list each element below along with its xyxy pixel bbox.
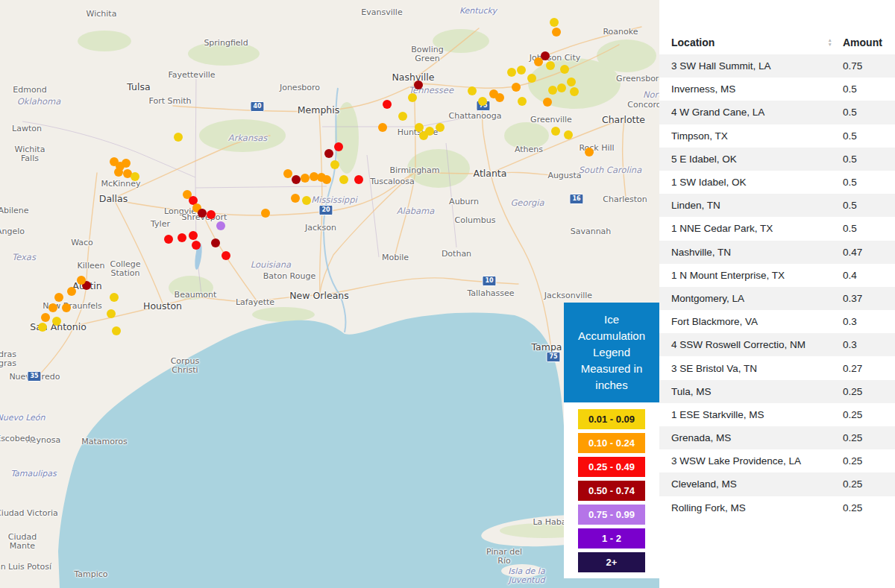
map-marker[interactable] [198, 209, 207, 218]
map-marker[interactable] [261, 209, 270, 218]
map-marker[interactable] [567, 78, 576, 86]
map-marker[interactable] [322, 175, 331, 184]
map-marker[interactable] [291, 194, 300, 203]
map-marker[interactable] [546, 61, 555, 70]
map-label: Auburn [449, 197, 479, 206]
map-marker[interactable] [585, 148, 594, 157]
map-marker[interactable] [164, 235, 173, 244]
map-marker[interactable] [189, 231, 198, 240]
map-label: al Escobedo [0, 434, 35, 443]
map-marker[interactable] [62, 303, 71, 312]
map-marker[interactable] [54, 293, 63, 302]
map-marker[interactable] [67, 287, 76, 296]
table-row[interactable]: 5 E Idabel, OK0.5 [659, 148, 895, 171]
map-marker[interactable] [478, 97, 487, 106]
map-label: Texas [12, 252, 36, 262]
map-marker[interactable] [192, 241, 201, 250]
column-header-amount[interactable]: Amount [843, 37, 895, 48]
table-row[interactable]: 3 WSW Lake Providence, LA0.25 [659, 449, 895, 472]
map-marker[interactable] [110, 293, 119, 302]
legend-title: Ice Accumulation Legend Measured in inch… [564, 303, 659, 402]
map-marker[interactable] [131, 172, 139, 181]
map-marker[interactable] [495, 93, 504, 102]
map-marker[interactable] [292, 175, 301, 184]
map-marker[interactable] [48, 303, 57, 312]
map-marker[interactable] [560, 65, 569, 74]
map[interactable]: WichitaSpringfieldEvansvilleKentuckyRoan… [0, 0, 659, 588]
sort-icon[interactable]: ▲ ▼ [828, 38, 832, 47]
table-row[interactable]: 1 N Mount Enterprise, TX0.4 [659, 264, 895, 287]
map-marker[interactable] [517, 66, 526, 75]
cell-location: 1 NNE Cedar Park, TX [659, 223, 843, 234]
map-marker[interactable] [330, 160, 339, 169]
legend-item: 0.01 - 0.09 [578, 409, 645, 429]
cell-location: 1 ESE Starkville, MS [659, 409, 843, 420]
table-row[interactable]: 1 NNE Cedar Park, TX0.5 [659, 217, 895, 240]
map-marker[interactable] [543, 98, 552, 107]
map-marker[interactable] [550, 18, 559, 27]
map-marker[interactable] [38, 323, 47, 332]
map-marker[interactable] [302, 196, 311, 205]
map-marker[interactable] [107, 309, 116, 318]
map-marker[interactable] [468, 86, 477, 95]
map-marker[interactable] [564, 130, 573, 139]
table-row[interactable]: 1 ESE Starkville, MS0.25 [659, 403, 895, 426]
table-row[interactable]: Cleveland, MS0.25 [659, 472, 895, 496]
map-marker[interactable] [557, 83, 566, 92]
map-marker[interactable] [414, 80, 423, 89]
map-marker[interactable] [419, 131, 428, 140]
map-marker[interactable] [52, 317, 61, 326]
map-marker[interactable] [551, 127, 560, 136]
table-row[interactable]: 3 SE Bristol Va, TN0.27 [659, 356, 895, 379]
map-marker[interactable] [512, 83, 521, 92]
map-marker[interactable] [334, 142, 343, 151]
map-marker[interactable] [222, 251, 230, 260]
map-label: Waco [71, 238, 93, 247]
map-marker[interactable] [216, 221, 225, 230]
table-row[interactable]: 4 SSW Roswell Correctio, NM0.3 [659, 333, 895, 356]
table-row[interactable]: Fort Blackmore, VA0.3 [659, 310, 895, 333]
map-marker[interactable] [77, 276, 86, 285]
cell-amount: 0.3 [843, 316, 895, 327]
table-row[interactable]: 3 SW Hall Summit, LA0.75 [659, 54, 895, 78]
map-marker[interactable] [324, 149, 333, 158]
column-header-location[interactable]: Location ▲ ▼ [659, 37, 843, 48]
map-marker[interactable] [383, 100, 392, 109]
map-marker[interactable] [354, 175, 363, 184]
map-marker[interactable] [112, 326, 121, 335]
map-marker[interactable] [398, 112, 407, 121]
map-marker[interactable] [408, 93, 417, 102]
table-row[interactable]: 1 SW Idabel, OK0.5 [659, 171, 895, 194]
map-marker[interactable] [527, 74, 536, 83]
table-row[interactable]: Rolling Fork, MS0.25 [659, 496, 895, 519]
table-row[interactable]: Montgomery, LA0.37 [659, 287, 895, 310]
map-marker[interactable] [518, 97, 527, 106]
legend-title-line: Legend [568, 344, 655, 361]
map-marker[interactable] [507, 68, 516, 77]
map-marker[interactable] [122, 159, 131, 168]
map-marker[interactable] [552, 28, 561, 37]
table-row[interactable]: Inverness, MS0.5 [659, 78, 895, 101]
map-marker[interactable] [436, 123, 445, 132]
table-row[interactable]: Tula, MS0.25 [659, 380, 895, 403]
map-marker[interactable] [41, 313, 50, 322]
table-row[interactable]: 4 W Grand Cane, LA0.5 [659, 101, 895, 124]
map-marker[interactable] [570, 87, 579, 96]
cell-location: 1 N Mount Enterprise, TX [659, 270, 843, 281]
map-marker[interactable] [534, 57, 543, 66]
map-marker[interactable] [174, 133, 183, 142]
map-marker[interactable] [283, 169, 292, 178]
map-marker[interactable] [378, 123, 387, 132]
map-marker[interactable] [178, 233, 186, 242]
map-marker[interactable] [207, 210, 216, 219]
table-row[interactable]: Timpson, TX0.5 [659, 124, 895, 148]
table-row[interactable]: Linden, TN0.5 [659, 194, 895, 217]
map-marker[interactable] [301, 174, 310, 183]
map-marker[interactable] [339, 175, 348, 184]
table-row[interactable]: Grenada, MS0.25 [659, 426, 895, 449]
map-marker[interactable] [211, 238, 220, 247]
map-marker[interactable] [548, 86, 557, 95]
map-marker[interactable] [114, 168, 123, 177]
table-row[interactable]: Nashville, TN0.47 [659, 241, 895, 264]
map-label: Evansville [361, 7, 402, 17]
